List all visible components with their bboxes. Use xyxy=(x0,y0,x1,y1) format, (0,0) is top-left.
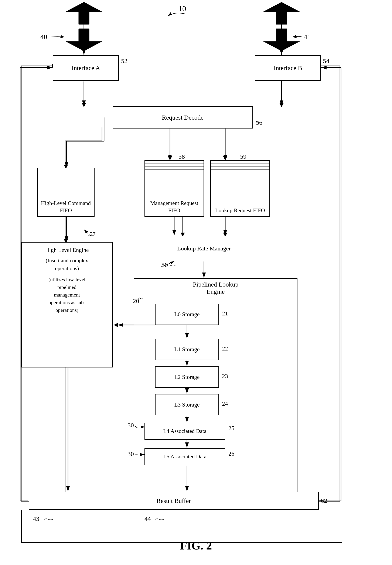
svg-marker-7 xyxy=(280,103,284,107)
ref30b-label: 30 xyxy=(127,450,134,457)
ref59-label: 59 xyxy=(240,153,246,160)
management-request-fifo-box: Management Request FIFO xyxy=(144,160,204,217)
ref57-label: 57 xyxy=(89,231,96,238)
high-level-engine-label: High Level Engine xyxy=(25,246,109,254)
ref41-label: 41 xyxy=(304,33,311,41)
l1-storage-box: L1 Storage xyxy=(155,339,219,360)
high-level-command-fifo-box: High-Level Command FIFO xyxy=(37,168,95,217)
ref58-label: 58 xyxy=(179,153,185,160)
ref50-label: 50 xyxy=(161,261,168,268)
high-level-command-fifo-label: High-Level Command FIFO xyxy=(38,198,94,216)
ref30a-label: 30 xyxy=(127,422,134,429)
svg-marker-0 xyxy=(66,2,102,24)
result-buffer-box: Result Buffer xyxy=(29,492,319,510)
lookup-rate-manager-label: Lookup Rate Manager xyxy=(177,245,231,252)
l3-storage-box: L3 Storage xyxy=(155,394,219,415)
lookup-request-fifo-box: Lookup Request FIFO xyxy=(210,160,270,217)
ref25-label: 25 xyxy=(228,425,234,432)
management-fifo-label: Management Request FIFO xyxy=(145,198,204,216)
fig-caption: FIG. 2 xyxy=(0,539,392,552)
ref23-label: 23 xyxy=(222,373,228,380)
lookup-rate-manager-box: Lookup Rate Manager xyxy=(168,236,240,261)
ref21-label: 21 xyxy=(222,310,228,317)
ref62-label: 62 xyxy=(321,497,327,504)
ref56-label: 56 xyxy=(256,119,262,126)
svg-marker-5 xyxy=(82,103,86,107)
ref52-label: 52 xyxy=(121,57,127,65)
ref54-label: 54 xyxy=(323,57,329,65)
pipelined-lookup-engine-label: Pipelined LookupEngine xyxy=(136,281,295,295)
high-level-engine-text1: (Insert and complexoperations) xyxy=(25,257,109,273)
outer-border-bottom xyxy=(21,510,342,543)
svg-marker-15 xyxy=(223,156,227,160)
l4-associated-data-box: L4 Associated Data xyxy=(144,423,225,440)
interface-a-box: Interface A xyxy=(53,55,119,81)
svg-marker-2 xyxy=(264,2,300,24)
svg-marker-1 xyxy=(66,29,102,51)
lookup-request-fifo-label: Lookup Request FIFO xyxy=(214,205,266,216)
ref26-label: 26 xyxy=(228,450,234,457)
ref24-label: 24 xyxy=(222,400,228,407)
diagram-container: 10 40 41 Interface A 52 Interface B 54 R… xyxy=(0,0,392,565)
svg-marker-3 xyxy=(264,29,300,51)
l5-associated-data-box: L5 Associated Data xyxy=(144,448,225,465)
ref22-label: 22 xyxy=(222,345,228,352)
request-decode-box: Request Decode xyxy=(112,106,253,128)
high-level-engine-box: High Level Engine (Insert and complexope… xyxy=(21,242,112,368)
l0-storage-box: L0 Storage xyxy=(155,304,219,325)
svg-marker-13 xyxy=(168,156,172,160)
ref20-label: 20 xyxy=(133,297,139,304)
ref40-label: 40 xyxy=(40,33,47,41)
high-level-engine-text2: (utilizes low-levelpipelinedmanagementop… xyxy=(25,276,109,314)
l2-storage-box: L2 Storage xyxy=(155,366,219,388)
ref10-label: 10 xyxy=(179,4,186,13)
svg-marker-39 xyxy=(114,323,118,327)
interface-b-box: Interface B xyxy=(255,55,321,81)
